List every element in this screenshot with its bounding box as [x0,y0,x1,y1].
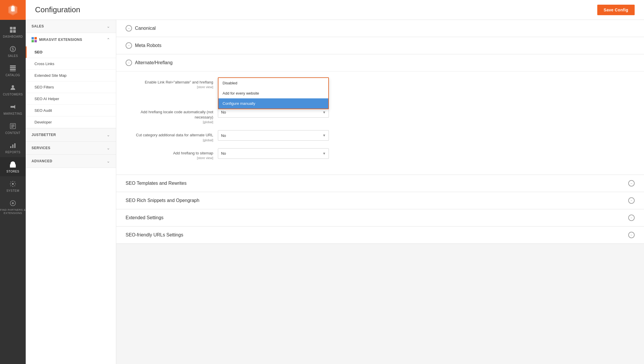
dropdown-option-add-every-website[interactable]: Add for every website [218,88,328,98]
dropdown-add-every-website-label: Add for every website [223,91,259,95]
sidebar-find-partners-label: FIND PARTNERS & EXTENSIONS [0,208,26,215]
extended-settings-section-title: Extended Settings [126,215,164,220]
sidebar-item-dashboard[interactable]: DASHBOARD [0,22,26,41]
extended-settings-section-header[interactable]: Extended Settings − [116,209,644,226]
stores-icon [9,161,17,169]
reports-icon [9,141,17,149]
menu-item-seo[interactable]: SEO [26,46,116,58]
menu-item-seo-label: SEO [34,50,42,54]
hreflang-sitemap-field: No Yes ▼ [218,148,635,159]
seo-rich-snippets-section-header[interactable]: SEO Rich Snippets and Opengraph − [116,192,644,209]
meta-robots-title-row: − Meta Robots [126,42,162,49]
mirasvit-header-row: MIRASVIT EXTENSIONS [32,37,82,42]
extended-settings-expand-icon: − [628,215,635,221]
hreflang-locale-label-text: Add hreflang locale code automatically (… [140,110,213,119]
mirasvit-section-title: MIRASVIT EXTENSIONS [39,38,82,42]
menu-item-seo-ai-helper[interactable]: SEO AI Helper [26,93,116,105]
seo-friendly-urls-title-row: SEO-friendly URLs Settings [126,232,183,238]
cut-category-label: Cut category additional data for alterna… [126,130,213,142]
seo-rich-snippets-title-row: SEO Rich Snippets and Opengraph [126,198,199,203]
canonical-section-header[interactable]: − Canonical [116,20,644,37]
canonical-section-title: Canonical [135,26,156,31]
hreflang-section-content: Enable Link Rel="alternate" and hreflang… [116,71,644,175]
seo-friendly-urls-section-header[interactable]: SEO-friendly URLs Settings − [116,227,644,243]
menu-section-sales-title: SALES [32,24,44,28]
sidebar-item-content[interactable]: CONTENT [0,119,26,138]
content-area: SALES ⌄ MIRASVIT EXTENSIONS [26,20,644,364]
dashboard-icon [9,26,17,34]
cut-category-field: No Yes ▼ [218,130,635,141]
menu-section-justbetter: JUSTBETTER ⌄ [26,128,116,142]
hreflang-title-row: − Alternate/Hreflang [126,60,173,66]
enable-link-rel-label-text: Enable Link Rel="alternate" and hreflang [145,80,213,84]
mirasvit-section-items: SEO Cross Links Extended Site Map SEO Fi… [26,46,116,128]
sidebar-item-marketing[interactable]: MARKETING [0,99,26,119]
sidebar-item-customers[interactable]: CUSTOMERS [0,80,26,99]
sidebar-reports-label: REPORTS [5,151,20,154]
seo-friendly-urls-section-title: SEO-friendly URLs Settings [126,232,183,238]
menu-section-justbetter-header[interactable]: JUSTBETTER ⌄ [26,128,116,141]
meta-robots-section-header[interactable]: − Meta Robots [116,37,644,54]
sidebar-item-catalog[interactable]: CATALOG [0,61,26,80]
hreflang-sitemap-label: Add hreflang to sitemap [store view] [126,148,213,161]
sidebar-item-find-partners[interactable]: FIND PARTNERS & EXTENSIONS [0,196,26,218]
enable-link-rel-dropdown[interactable]: Disabled Add for every website Configure… [218,77,329,109]
svg-rect-14 [11,127,13,128]
seo-templates-expand-icon: − [628,180,635,187]
svg-rect-12 [11,125,15,125]
save-config-button[interactable]: Save Config [597,5,635,15]
config-sections: − Canonical − Meta Robots [116,20,644,244]
menu-section-mirasvit-header[interactable]: MIRASVIT EXTENSIONS ⌃ [26,33,116,46]
magento-logo-icon [7,4,18,15]
svg-rect-3 [13,30,16,33]
hreflang-section-header[interactable]: − Alternate/Hreflang [116,54,644,71]
sidebar-stores-label: STORES [6,170,19,173]
sidebar-item-sales[interactable]: $ SALES [0,41,26,61]
sidebar-system-label: SYSTEM [6,189,19,193]
svg-rect-23 [34,37,37,39]
right-panel: − Canonical − Meta Robots [116,20,644,364]
menu-item-cross-links[interactable]: Cross Links [26,58,116,70]
menu-item-cross-links-label: Cross Links [34,62,54,66]
menu-item-developer[interactable]: Developer [26,116,116,128]
seo-templates-section-header[interactable]: SEO Templates and Rewrites − [116,175,644,192]
dropdown-configure-manually-label: Configure manually [223,101,255,106]
canonical-expand-icon: − [126,25,132,32]
svg-rect-2 [10,30,13,33]
dropdown-option-disabled[interactable]: Disabled [218,78,328,88]
menu-section-advanced-header[interactable]: ADVANCED ⌄ [26,155,116,168]
mirasvit-icon [32,37,37,42]
seo-rich-snippets-expand-icon: − [628,197,635,204]
config-section-extended-settings: Extended Settings − [116,209,644,227]
svg-rect-19 [12,166,14,168]
menu-item-seo-audit[interactable]: SEO Audit [26,105,116,116]
customers-icon [9,83,17,92]
cut-category-sublabel: [global] [126,138,213,142]
advanced-chevron-icon: ⌄ [107,159,110,163]
sidebar-navigation: DASHBOARD $ SALES CATALOG CUSTOMERS MARK… [0,20,26,218]
svg-rect-8 [10,69,16,70]
extended-settings-title-row: Extended Settings [126,215,164,220]
svg-rect-1 [13,27,16,29]
config-section-canonical: − Canonical [116,20,644,37]
svg-rect-0 [10,27,13,29]
hreflang-sitemap-select[interactable]: No Yes [218,148,329,159]
hreflang-sitemap-select-wrapper: No Yes ▼ [218,148,329,159]
content-icon [9,122,17,130]
catalog-icon [9,64,17,72]
enable-link-rel-sublabel: [store view] [126,85,213,89]
justbetter-section-title: JUSTBETTER [32,133,56,137]
menu-section-services-header[interactable]: SERVICES ⌄ [26,142,116,154]
sidebar-item-system[interactable]: SYSTEM [0,176,26,196]
dropdown-option-configure-manually[interactable]: Configure manually [218,98,328,109]
menu-item-extended-site-map[interactable]: Extended Site Map [26,70,116,81]
cut-category-label-text: Cut category additional data for alterna… [136,133,213,137]
menu-section-sales-header[interactable]: SALES ⌄ [26,20,116,33]
mirasvit-chevron-icon: ⌃ [107,37,110,42]
sidebar: DASHBOARD $ SALES CATALOG CUSTOMERS MARK… [0,0,26,364]
cut-category-select[interactable]: No Yes [218,130,329,141]
sidebar-item-stores[interactable]: STORES [0,157,26,176]
sidebar-catalog-label: CATALOG [6,74,20,77]
sidebar-item-reports[interactable]: REPORTS [0,138,26,157]
menu-item-seo-filters[interactable]: SEO Filters [26,81,116,93]
